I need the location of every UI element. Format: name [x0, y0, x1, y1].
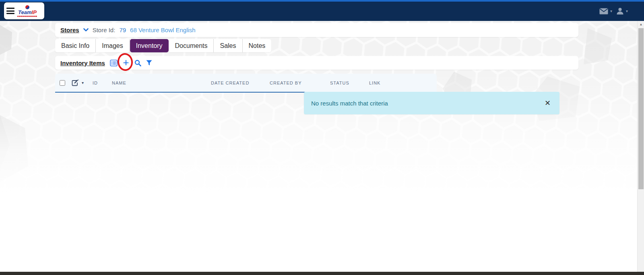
store-id-label: Store Id:	[93, 27, 116, 33]
store-name-link[interactable]: 68 Venture Bowl English	[130, 27, 196, 33]
breadcrumb: Stores Store Id: 79 68 Venture Bowl Engl…	[55, 23, 578, 37]
messages-menu[interactable]: ▾	[599, 8, 612, 14]
tab-documents[interactable]: Documents	[169, 39, 214, 52]
logo-card: TeamIP	[4, 2, 44, 19]
user-icon	[616, 7, 624, 15]
teamip-logo[interactable]: TeamIP	[17, 5, 37, 17]
tab-images[interactable]: Images	[96, 39, 129, 52]
scroll-up-arrow-icon[interactable]: ▲	[638, 23, 644, 26]
bottom-bar	[0, 272, 644, 275]
column-header-created-by[interactable]: CREATED BY	[270, 74, 301, 92]
envelope-icon	[599, 8, 608, 14]
close-icon[interactable]: ✕	[543, 99, 552, 108]
top-navbar: TeamIP ▾ ▾	[0, 0, 644, 21]
select-all-checkbox[interactable]	[60, 74, 65, 92]
tab-sales[interactable]: Sales	[214, 39, 242, 52]
app-screen: TeamIP ▾ ▾ Stores	[0, 0, 644, 275]
column-header-link[interactable]: LINK	[369, 74, 380, 92]
store-id-value: 79	[119, 27, 126, 33]
tab-notes[interactable]: Notes	[243, 39, 272, 52]
chevron-down-icon: ▾	[610, 9, 612, 13]
column-header-id[interactable]: ID	[93, 74, 98, 92]
tab-inventory[interactable]: Inventory	[130, 39, 169, 52]
topbar-actions: ▾ ▾	[599, 7, 628, 15]
inventory-table-header: ▾ ID NAME DATE CREATED CREATED BY STATUS…	[55, 74, 437, 93]
inventory-toolbar: Inventory Items +	[55, 56, 578, 70]
alert-message: No results match that criteria	[311, 100, 543, 107]
filter-icon[interactable]	[146, 60, 152, 66]
logo-tagline	[17, 16, 37, 17]
logo-emblem-icon	[25, 5, 29, 9]
tab-basic-info[interactable]: Basic Info	[55, 39, 96, 52]
select-all-checkbox-input[interactable]	[60, 80, 65, 86]
edit-dropdown-caret-icon[interactable]: ▾	[82, 74, 84, 92]
user-menu[interactable]: ▾	[616, 7, 628, 15]
edit-icon[interactable]	[72, 74, 79, 92]
chevron-down-icon: ▾	[626, 9, 628, 13]
add-item-icon[interactable]: +	[123, 57, 129, 68]
logo-text: TeamIP	[18, 10, 37, 15]
scrollbar-thumb[interactable]	[638, 28, 644, 189]
search-icon[interactable]	[134, 60, 141, 66]
vertical-scrollbar[interactable]: ▲	[637, 21, 644, 275]
column-header-status[interactable]: STATUS	[330, 74, 349, 92]
chevron-down-icon[interactable]	[83, 28, 89, 32]
store-tabs: Basic Info Images Inventory Documents Sa…	[55, 39, 271, 52]
inventory-items-title[interactable]: Inventory Items	[60, 60, 105, 66]
column-header-name[interactable]: NAME	[112, 74, 126, 92]
no-results-alert: No results match that criteria ✕	[304, 92, 559, 114]
column-header-date-created[interactable]: DATE CREATED	[211, 74, 249, 92]
hamburger-menu-icon[interactable]	[6, 8, 14, 14]
list-view-icon[interactable]	[110, 60, 118, 66]
breadcrumb-stores-link[interactable]: Stores	[60, 27, 79, 33]
